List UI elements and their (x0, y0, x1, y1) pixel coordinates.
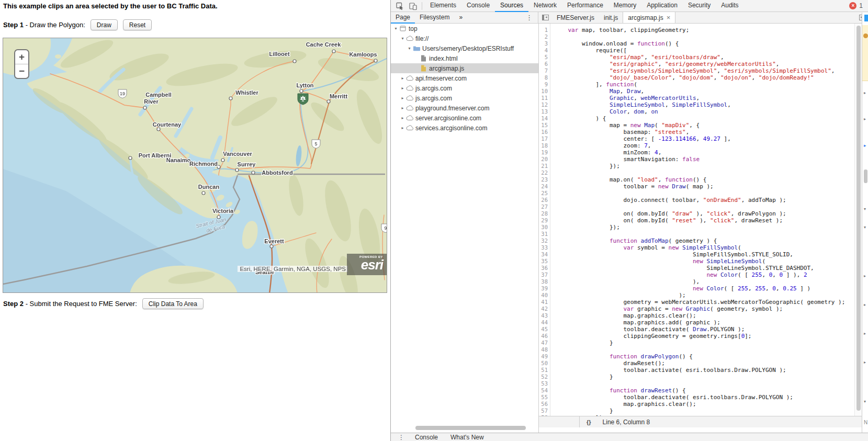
line-number[interactable]: 18 (539, 142, 550, 149)
line-number[interactable]: 12 (539, 101, 550, 108)
code-line[interactable]: "esri/graphic", "esri/geometry/webMercat… (554, 61, 854, 67)
code-line[interactable]: "esri/map", "esri/toolbars/draw", (554, 54, 854, 61)
line-number[interactable]: 6 (539, 61, 550, 67)
code-line[interactable] (554, 169, 854, 176)
code-line[interactable]: center: [ -123.114166, 49.27 ], (554, 135, 854, 142)
drawer-tab-whats-new[interactable]: What's New (444, 434, 490, 441)
line-number[interactable]: 51 (539, 367, 550, 374)
code-line[interactable]: }); (554, 224, 854, 231)
line-number[interactable]: 4 (539, 47, 550, 54)
line-number[interactable]: 2 (539, 33, 550, 40)
editor-code[interactable]: var map, toolbar, clippingGeometry; wind… (550, 24, 854, 416)
sidebar-item-file-[interactable]: ▾file:// (391, 33, 538, 43)
scrollbar-thumb[interactable] (415, 426, 526, 430)
map[interactable]: Cache CreekLillooetKamloopsWhistlerLytto… (3, 38, 387, 293)
line-number[interactable]: 40 (539, 292, 550, 299)
zoom-in-button[interactable]: + (15, 50, 28, 64)
devtools-tab-network[interactable]: Network (528, 0, 562, 12)
sidebar-item-api-fmeserver-com[interactable]: ▸api.fmeserver.com (391, 73, 538, 83)
code-line[interactable]: function drawPolygon() { (554, 353, 854, 360)
drawer-menu-icon[interactable]: ⋮ (391, 434, 409, 441)
line-number[interactable]: 3 (539, 40, 550, 47)
line-number[interactable]: 53 (539, 380, 550, 387)
code-line[interactable] (554, 190, 854, 197)
line-number[interactable]: 48 (539, 346, 550, 353)
code-line[interactable]: } (554, 374, 854, 380)
line-number[interactable]: 50 (539, 360, 550, 367)
code-line[interactable]: on( dom.byId( "reset" ), "click", drawRe… (554, 217, 854, 224)
code-line[interactable]: Color, dom, on (554, 108, 854, 115)
code-line[interactable]: toolbar.deactivate( Draw.POLYGON ); (554, 326, 854, 333)
line-number[interactable]: 43 (539, 312, 550, 319)
line-number[interactable]: 30 (539, 224, 550, 231)
line-number[interactable]: 7 (539, 67, 550, 74)
disclosure-icon[interactable]: ▸ (400, 76, 405, 81)
code-line[interactable]: toolbar.activate( esri.toolbars.Draw.POL… (554, 367, 854, 374)
disclosure-icon[interactable]: ▾ (864, 400, 866, 404)
code-line[interactable]: ], function( (554, 81, 854, 88)
code-line[interactable]: map.graphics.clear(); (554, 401, 854, 408)
sidebar-item-users-semery-desktop-esristuff[interactable]: ▾Users/semery/Desktop/ESRIstuff (391, 43, 538, 53)
line-number[interactable]: 41 (539, 299, 550, 306)
line-number[interactable]: 33 (539, 244, 550, 251)
collapse-navigator-icon[interactable] (538, 12, 552, 23)
disclosure-icon[interactable]: ▾ (864, 207, 866, 211)
line-number[interactable]: 36 (539, 265, 550, 272)
code-line[interactable]: } (554, 340, 854, 346)
line-number[interactable]: 54 (539, 387, 550, 394)
inspect-element-icon[interactable] (396, 2, 404, 10)
scrollbar-thumb[interactable] (856, 26, 861, 411)
error-badge[interactable]: × 1 (849, 2, 863, 9)
code-line[interactable]: Graphic, webMercatorUtils, (554, 95, 854, 101)
code-editor[interactable]: 1234567891011121314151617181920212223242… (539, 24, 854, 416)
disclosure-icon[interactable]: ▸ (864, 117, 866, 121)
line-number[interactable]: 57 (539, 408, 550, 414)
disclosure-icon[interactable]: ▸ (400, 106, 405, 110)
code-line[interactable]: ), (554, 278, 854, 285)
line-number[interactable]: 34 (539, 251, 550, 258)
code-line[interactable]: var graphic = new Graphic( geometry, sym… (554, 306, 854, 312)
navigator-tab-[interactable]: » (454, 12, 467, 24)
sidebar-item-index-html[interactable]: index.html (391, 53, 538, 63)
line-number[interactable]: 15 (539, 122, 550, 129)
line-number[interactable]: 35 (539, 258, 550, 265)
sidebar-item-js-arcgis-com[interactable]: ▸js.arcgis.com (391, 83, 538, 93)
code-line[interactable]: new SimpleLineSymbol( (554, 258, 854, 265)
line-number[interactable]: 24 (539, 183, 550, 190)
draw-button[interactable]: Draw (91, 19, 118, 30)
code-line[interactable]: clippingGeometry = geometry.rings[0]; (554, 333, 854, 340)
code-line[interactable]: var symbol = new SimpleFillSymbol( (554, 244, 854, 251)
line-number[interactable]: 10 (539, 88, 550, 95)
editor-gutter[interactable]: 1234567891011121314151617181920212223242… (539, 24, 550, 416)
disclosure-icon[interactable]: ▾ (393, 26, 399, 31)
line-number[interactable]: 20 (539, 156, 550, 163)
editor-tab-fmeserver.js[interactable]: FMEServer.js (552, 12, 599, 23)
disclosure-icon[interactable]: ▸ (864, 360, 866, 365)
line-number[interactable]: 56 (539, 401, 550, 408)
resume-icon[interactable]: ▸ (864, 143, 866, 148)
devtools-tab-memory[interactable]: Memory (608, 0, 641, 12)
drawer-tab-console[interactable]: Console (409, 434, 444, 441)
line-number[interactable]: 21 (539, 163, 550, 169)
code-line[interactable]: } (554, 408, 854, 414)
code-line[interactable] (554, 346, 854, 353)
editor-tab-init.js[interactable]: init.js (599, 12, 623, 23)
devtools-tab-sources[interactable]: Sources (495, 0, 528, 12)
disclosure-icon[interactable]: ▸ (864, 91, 866, 95)
close-icon[interactable]: × (667, 14, 671, 21)
disclosure-icon[interactable]: ▸ (864, 303, 866, 307)
sidebar-item-server-arcgisonline-com[interactable]: ▸server.arcgisonline.com (391, 113, 538, 123)
line-number[interactable]: 9 (539, 81, 550, 88)
disclosure-icon[interactable]: ▸ (400, 116, 405, 120)
line-number[interactable]: 16 (539, 129, 550, 135)
code-line[interactable]: "esri/symbols/SimpleLineSymbol", "esri/s… (554, 67, 854, 74)
disclosure-icon[interactable]: ▸ (400, 96, 405, 100)
code-line[interactable]: dojo.connect( toolbar, "onDrawEnd", addT… (554, 197, 854, 203)
line-number[interactable]: 44 (539, 319, 550, 326)
disclosure-icon[interactable]: ▸ (864, 274, 866, 278)
disclosure-icon[interactable]: ▸ (864, 332, 866, 336)
sidebar-item-services-arcgisonline-com[interactable]: ▸services.arcgisonline.com (391, 123, 538, 133)
code-line[interactable]: map = new Map( "mapDiv", { (554, 122, 854, 129)
line-number[interactable]: 22 (539, 169, 550, 176)
line-number[interactable]: 8 (539, 74, 550, 81)
